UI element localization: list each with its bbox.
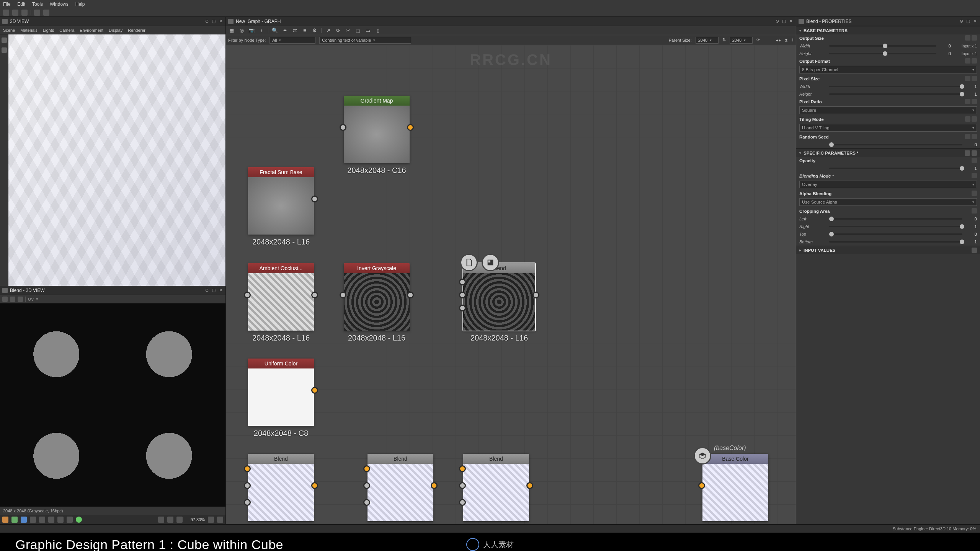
lock-icon[interactable] — [217, 517, 223, 523]
arrow-icon[interactable]: ↗ — [325, 27, 332, 34]
more-icon[interactable] — [67, 517, 73, 523]
slider[interactable] — [829, 241, 962, 243]
node-port-out[interactable] — [311, 387, 318, 394]
reset-icon[interactable] — [972, 134, 977, 139]
timing-icon[interactable]: ⧗ — [785, 37, 788, 42]
view-icon[interactable]: ●● — [776, 38, 781, 42]
zoom-out-icon[interactable] — [158, 517, 164, 523]
link-icon[interactable] — [965, 99, 970, 104]
settings-icon[interactable]: ⫴ — [792, 37, 794, 42]
node-port-in[interactable] — [459, 465, 466, 472]
pixel-ratio-select[interactable]: Square — [799, 106, 977, 114]
node-preview-icon[interactable] — [482, 254, 499, 271]
link-icon[interactable]: ⇄ — [291, 27, 298, 34]
search-icon[interactable]: 🔍 — [271, 27, 278, 34]
section-base-parameters[interactable]: ▾ BASE PARAMETERS — [796, 26, 980, 34]
reset-icon[interactable] — [972, 116, 977, 122]
options-icon[interactable]: ⚙ — [311, 27, 318, 34]
node-blend-3[interactable]: Blend — [463, 454, 529, 521]
node-port-in[interactable] — [340, 292, 346, 298]
channel-b-icon[interactable] — [21, 517, 27, 523]
wand-icon[interactable]: ✦ — [281, 27, 288, 34]
node-port-in[interactable] — [363, 465, 370, 472]
cut-icon[interactable]: ✂ — [345, 27, 351, 34]
frame-icon[interactable]: ▦ — [228, 27, 235, 34]
output-format-select[interactable]: 8 Bits per Channel — [799, 66, 977, 73]
parent-size-select[interactable]: 2048 — [696, 37, 719, 44]
node-port-in[interactable] — [459, 279, 466, 285]
redo-icon[interactable] — [43, 10, 49, 16]
popout-icon[interactable]: ▢ — [781, 19, 787, 24]
slider[interactable] — [829, 144, 962, 145]
slider[interactable] — [829, 93, 962, 95]
node-ambient-occlusion[interactable]: Ambient Occlusi... 2048x2048 - L16 — [248, 263, 314, 331]
subtab-lights[interactable]: Lights — [43, 28, 54, 33]
node-invert-grayscale[interactable]: Invert Grayscale 2048x2048 - L16 — [344, 263, 410, 331]
popout-icon[interactable]: ▢ — [211, 19, 216, 24]
ruler-icon[interactable] — [57, 517, 64, 523]
lock-link-icon[interactable]: ⇅ — [722, 37, 726, 42]
node-port-in[interactable] — [363, 499, 370, 506]
subtab-camera[interactable]: Camera — [59, 28, 74, 33]
menu-edit[interactable]: Edit — [17, 2, 25, 7]
node-port-out[interactable] — [526, 482, 533, 489]
link-icon[interactable] — [965, 58, 970, 64]
slider[interactable] — [829, 226, 962, 227]
section-specific-parameters[interactable]: ▾ SPECIFIC PARAMETERS * — [796, 148, 980, 157]
expand-icon[interactable]: ▯ — [374, 27, 381, 34]
refresh-icon[interactable]: ⟳ — [756, 37, 760, 42]
link-icon[interactable] — [965, 76, 970, 81]
target-icon[interactable]: ◎ — [238, 27, 245, 34]
node-output-icon[interactable] — [694, 447, 711, 465]
link-icon[interactable] — [965, 116, 970, 122]
slider[interactable] — [829, 233, 962, 235]
filter-type-select[interactable]: All — [270, 37, 315, 44]
autolayout-icon[interactable]: ⬚ — [354, 27, 361, 34]
light-icon[interactable] — [2, 47, 7, 53]
node-blend-selected[interactable]: Blend 2048x2048 - L16 — [463, 263, 535, 331]
save-icon[interactable] — [965, 150, 970, 156]
zoom-fit-icon[interactable] — [167, 517, 173, 523]
menu-tools[interactable]: Tools — [32, 2, 43, 7]
subtab-display[interactable]: Display — [109, 28, 122, 33]
tool-icon[interactable] — [2, 297, 8, 302]
node-port-in[interactable] — [459, 482, 466, 489]
node-doc-icon[interactable] — [460, 254, 478, 271]
reset-icon[interactable] — [972, 35, 977, 41]
compact-icon[interactable]: ▭ — [364, 27, 371, 34]
home-icon[interactable] — [3, 10, 9, 16]
node-port-in[interactable] — [244, 499, 251, 506]
reset-icon[interactable] — [972, 150, 977, 156]
node-port-out[interactable] — [532, 292, 539, 298]
chevron-down-icon[interactable]: ▾ — [36, 297, 38, 302]
zoom-in-icon[interactable] — [176, 517, 183, 523]
blending-mode-select[interactable]: Overlay — [799, 181, 977, 188]
node-base-color[interactable]: Base Color — [702, 454, 768, 521]
slider[interactable] — [829, 218, 962, 220]
node-port-out[interactable] — [311, 292, 318, 298]
menu-windows[interactable]: Windows — [50, 2, 69, 7]
slider[interactable] — [829, 53, 936, 54]
node-port-out[interactable] — [311, 482, 318, 489]
reset-icon[interactable] — [972, 248, 977, 253]
view2d-canvas[interactable] — [0, 303, 225, 507]
close-icon[interactable]: ✕ — [218, 19, 223, 24]
node-port-in[interactable] — [244, 482, 251, 489]
node-port-in[interactable] — [459, 292, 466, 298]
node-port-in[interactable] — [459, 499, 466, 506]
close-icon[interactable]: ✕ — [218, 288, 223, 293]
subtab-environment[interactable]: Environment — [80, 28, 103, 33]
menu-help[interactable]: Help — [75, 2, 85, 7]
reset-icon[interactable] — [972, 191, 977, 196]
node-port-out[interactable] — [407, 124, 414, 131]
pin-icon[interactable]: ⊙ — [204, 19, 209, 24]
subtab-scene[interactable]: Scene — [3, 28, 15, 33]
node-port-in[interactable] — [459, 305, 466, 311]
close-icon[interactable]: ✕ — [788, 19, 794, 24]
node-port-in[interactable] — [244, 292, 251, 298]
pin-icon[interactable]: ⊙ — [774, 19, 780, 24]
align-icon[interactable]: ≡ — [301, 27, 308, 34]
node-port-in[interactable] — [340, 124, 346, 131]
tool-icon[interactable] — [18, 297, 23, 302]
node-blend-1[interactable]: Blend — [248, 454, 314, 521]
